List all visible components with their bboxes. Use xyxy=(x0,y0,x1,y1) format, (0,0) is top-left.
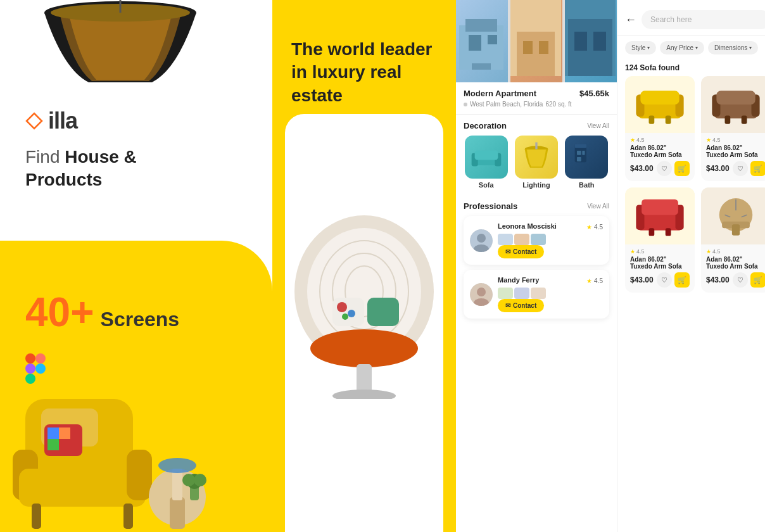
svg-rect-58 xyxy=(474,151,498,160)
property-image-1 xyxy=(456,0,508,82)
cart-button-3[interactable]: 🛒 xyxy=(674,272,690,288)
product-grid: ★ 4.5 Adan 86.02" Tuxedo Arm Sofa $43.00… xyxy=(617,76,765,293)
tagline-find: Find xyxy=(25,147,65,167)
svg-rect-7 xyxy=(25,374,35,384)
prof2-thumb2 xyxy=(514,288,529,299)
product-price-2: $43.00 xyxy=(706,164,730,173)
svg-rect-64 xyxy=(583,151,585,155)
right-panel: Modern Apartment $45.65k West Palm Beach… xyxy=(456,0,765,532)
logo-area: illa xyxy=(25,108,77,134)
location-dot xyxy=(464,103,467,106)
svg-rect-14 xyxy=(123,504,133,529)
svg-rect-88 xyxy=(649,228,655,236)
prof2-info: Mandy Ferry ★ 4.5 ✉ Contact xyxy=(498,276,603,312)
wicker-chair-area xyxy=(285,196,443,532)
decoration-grid: Sofa Lighting xyxy=(456,136,617,195)
professionals-view-all[interactable]: View All xyxy=(587,203,609,210)
prof1-contact-button[interactable]: ✉ Contact xyxy=(498,245,544,258)
decoration-title: Decoration xyxy=(464,121,507,130)
product-price-4: $43.00 xyxy=(706,276,730,284)
product-info-2: ★ 4.5 Adan 86.02" Tuxedo Arm Sofa $43.00… xyxy=(701,133,765,181)
product-card-2[interactable]: ★ 4.5 Adan 86.02" Tuxedo Arm Sofa $43.00… xyxy=(701,76,765,181)
product-card-3[interactable]: ★ 4.5 Adan 86.02" Tuxedo Arm Sofa $43.00… xyxy=(625,187,695,293)
product-card-1[interactable]: ★ 4.5 Adan 86.02" Tuxedo Arm Sofa $43.00… xyxy=(625,76,695,181)
product-image-2 xyxy=(701,76,765,133)
back-arrow-icon[interactable]: ← xyxy=(625,13,636,27)
envelope-icon-2: ✉ xyxy=(505,302,510,309)
star-icon-2: ★ xyxy=(706,137,711,143)
wishlist-button-2[interactable]: ♡ xyxy=(733,161,748,176)
svg-rect-77 xyxy=(666,116,671,124)
product-actions-4: ♡ 🛒 xyxy=(733,272,765,288)
svg-rect-19 xyxy=(47,439,59,450)
svg-point-27 xyxy=(182,474,195,486)
property-image-2 xyxy=(510,0,562,82)
product-info-3: ★ 4.5 Adan 86.02" Tuxedo Arm Sofa $43.00… xyxy=(625,244,695,293)
figma-icon xyxy=(25,353,46,386)
svg-rect-63 xyxy=(577,151,581,155)
star-icon-3: ★ xyxy=(630,248,635,255)
product-card-4[interactable]: ★ 4.5 Adan 86.02" Tuxedo Arm Sofa $43.00… xyxy=(701,187,765,293)
product-name-1: Adan 86.02" Tuxedo Arm Sofa xyxy=(630,144,690,158)
tagline-strong: House & xyxy=(65,147,137,167)
middle-panel: The world leader in luxury real estate xyxy=(272,0,456,532)
svg-rect-5 xyxy=(35,353,46,364)
product-actions-3: ♡ 🛒 xyxy=(657,272,690,288)
product-name-4: Adan 86.02" Tuxedo Arm Sofa xyxy=(706,256,765,270)
svg-point-36 xyxy=(332,390,396,399)
svg-rect-87 xyxy=(642,200,678,215)
cart-button-4[interactable]: 🛒 xyxy=(750,272,765,288)
prof1-info: Leonora Mosciski ★ 4.5 ✉ Contact xyxy=(498,222,603,258)
prof2-thumb3 xyxy=(531,288,546,299)
deco-item-sofa[interactable]: Sofa xyxy=(464,136,509,189)
middle-headline: The world leader in luxury real estate xyxy=(291,38,437,107)
filter-dimensions[interactable]: Dimensions ▾ xyxy=(708,41,758,54)
prof1-thumb2 xyxy=(514,234,529,245)
filter-row: Style ▾ Any Price ▾ Dimensions ▾ xyxy=(617,36,765,60)
svg-point-28 xyxy=(194,474,206,486)
prof2-thumb1 xyxy=(498,288,513,299)
professionals-header: Professionals View All xyxy=(456,195,617,216)
svg-rect-20 xyxy=(59,439,70,450)
prof2-contact-button[interactable]: ✉ Contact xyxy=(498,299,544,312)
wishlist-button-3[interactable]: ♡ xyxy=(657,272,672,288)
wishlist-button-1[interactable]: ♡ xyxy=(657,161,672,176)
svg-rect-4 xyxy=(25,353,35,364)
filter-style[interactable]: Style ▾ xyxy=(625,41,656,54)
property-title: Modern Apartment xyxy=(464,89,536,98)
cart-button-1[interactable]: 🛒 xyxy=(674,161,690,176)
logo-diamond-icon xyxy=(25,112,43,130)
decoration-view-all[interactable]: View All xyxy=(587,122,609,129)
chevron-down-icon-2: ▾ xyxy=(695,45,698,51)
svg-rect-75 xyxy=(640,91,679,104)
lighting-label: Lighting xyxy=(522,181,550,189)
professional-card-2: Mandy Ferry ★ 4.5 ✉ Contact xyxy=(464,270,609,319)
svg-marker-3 xyxy=(27,113,42,129)
deco-item-bath[interactable]: Bath xyxy=(564,136,609,189)
svg-rect-50 xyxy=(539,41,548,54)
logo-text: illa xyxy=(48,108,77,134)
search-input[interactable]: Search here xyxy=(642,10,765,29)
product-name-3: Adan 86.02" Tuxedo Arm Sofa xyxy=(630,256,690,270)
deco-item-lighting[interactable]: Lighting xyxy=(514,136,559,189)
tagline-products: Products xyxy=(25,170,102,189)
professionals-title: Professionals xyxy=(464,201,517,211)
cart-button-2[interactable]: 🛒 xyxy=(750,161,765,176)
bath-label: Bath xyxy=(579,181,594,189)
wishlist-button-4[interactable]: ♡ xyxy=(733,272,748,288)
property-area: 620 sq. ft xyxy=(545,101,571,108)
svg-rect-81 xyxy=(716,91,755,104)
filter-price[interactable]: Any Price ▾ xyxy=(660,41,704,54)
svg-point-24 xyxy=(158,458,196,473)
left-panel: illa Find House & Products 40+ Screens xyxy=(0,0,272,532)
svg-rect-13 xyxy=(32,504,41,529)
prof2-stars: ★ 4.5 xyxy=(586,277,603,284)
chevron-down-icon-3: ▾ xyxy=(749,45,752,51)
svg-point-41 xyxy=(342,314,348,320)
star-icon: ★ xyxy=(630,137,635,143)
svg-rect-53 xyxy=(574,32,587,51)
svg-rect-76 xyxy=(649,116,655,124)
product-price-3: $43.00 xyxy=(630,276,654,284)
svg-rect-65 xyxy=(577,157,581,162)
svg-rect-83 xyxy=(742,116,747,124)
